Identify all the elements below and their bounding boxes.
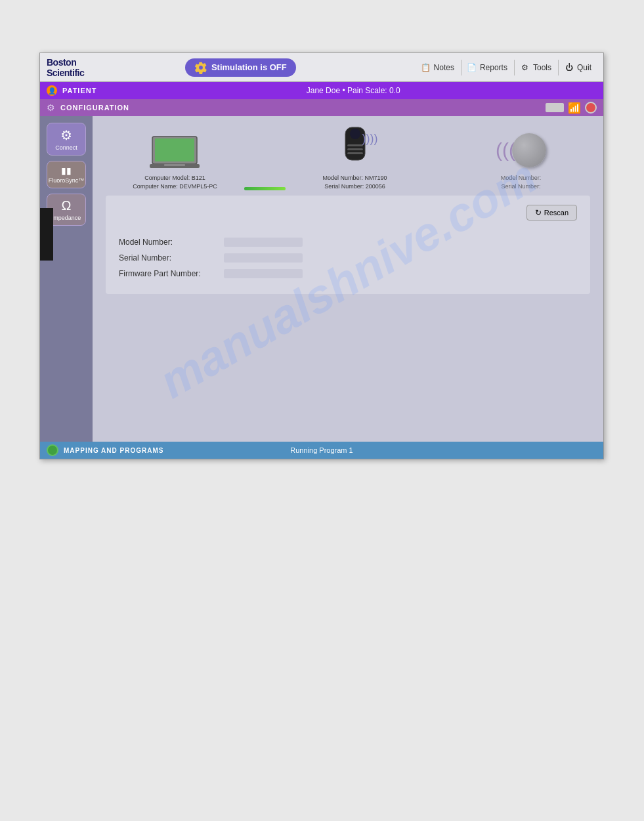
svg-rect-1 <box>155 138 194 161</box>
config-gear-icon: ⚙ <box>47 102 55 113</box>
top-bar: Boston Scientific Stimulation is OFF 📋 N… <box>40 53 603 82</box>
content-panel: manualshnive.com Computer Mo <box>93 116 603 442</box>
computer-model: Computer Model: B121 <box>133 174 217 182</box>
impedance-label: Impedance <box>52 215 81 221</box>
app-window: Boston Scientific Stimulation is OFF 📋 N… <box>39 53 604 459</box>
reports-icon: 📄 <box>467 62 477 73</box>
black-rect <box>40 208 53 261</box>
nav-quit[interactable]: ⏻ Quit <box>558 60 597 75</box>
model-value <box>224 238 303 247</box>
ipg-image: ((( <box>492 129 551 171</box>
running-label: Running Program 1 <box>290 446 353 454</box>
nav-reports-label: Reports <box>480 63 507 72</box>
main-area: ⚙ Connect ▮▮ FluoroSync™ Ω Impedance man… <box>40 116 603 442</box>
nav-tools[interactable]: ⚙ Tools <box>514 60 557 75</box>
serial-label: Serial Number: <box>119 253 224 263</box>
mapping-icon <box>47 444 58 456</box>
connect-label: Connect <box>55 144 77 151</box>
stimulation-label: Stimulation is OFF <box>211 62 287 72</box>
config-bar: ⚙ CONFIGURATION 📶 <box>40 99 603 116</box>
controller-image: )))) <box>339 125 372 171</box>
device-controller: )))) Model Number: NM7190 Serial Number:… <box>286 125 424 190</box>
controller-model: Model Number: NM7190 <box>323 174 387 182</box>
detail-row-serial: Serial Number: <box>119 253 577 263</box>
controller-serial: Serial Number: 200056 <box>323 182 387 191</box>
nav-reports[interactable]: 📄 Reports <box>461 60 513 75</box>
bottom-bar: MAPPING AND PROGRAMS Running Program 1 <box>40 442 603 459</box>
ipg-device <box>512 133 546 167</box>
detail-row-firmware: Firmware Part Number: <box>119 269 577 278</box>
device-computer: Computer Model: B121 Computer Name: DEVM… <box>106 132 244 190</box>
logo-scientific: Scientific <box>47 68 112 78</box>
notes-icon: 📋 <box>421 62 431 73</box>
sidebar-btn-fluoosync[interactable]: ▮▮ FluoroSync™ <box>47 161 86 188</box>
svg-point-5 <box>350 129 360 139</box>
config-icons: 📶 <box>546 102 597 114</box>
nav-notes-label: Notes <box>434 63 454 72</box>
patient-section-label: PATIENT <box>62 87 97 95</box>
computer-info: Computer Model: B121 Computer Name: DEVM… <box>133 174 217 190</box>
patient-bar: 👤 PATIENT Jane Doe • Pain Scale: 0.0 <box>40 82 603 99</box>
config-section-label: CONFIGURATION <box>60 104 546 112</box>
nav-tools-label: Tools <box>533 63 551 72</box>
ipg-serial: Serial Number: <box>501 182 542 191</box>
firmware-label: Firmware Part Number: <box>119 269 224 278</box>
svg-rect-3 <box>164 164 185 166</box>
logo-area: Boston Scientific <box>47 57 112 78</box>
nav-quit-label: Quit <box>577 63 591 72</box>
serial-value <box>224 253 303 263</box>
record-icon <box>585 102 597 114</box>
connect-icon: ⚙ <box>60 127 72 143</box>
tools-icon: ⚙ <box>520 62 530 73</box>
ipg-info: Model Number: Serial Number: <box>501 174 542 190</box>
wifi-icon: 📶 <box>568 102 581 114</box>
laptop-icon <box>150 134 200 169</box>
stimulation-badge: Stimulation is OFF <box>185 58 296 77</box>
impedance-icon: Ω <box>62 198 72 213</box>
nav-area: 📋 Notes 📄 Reports ⚙ Tools ⏻ Quit <box>416 60 597 75</box>
computer-name: Computer Name: DEVMPL5-PC <box>133 182 217 191</box>
stimulation-gear-icon <box>194 61 207 74</box>
svg-rect-6 <box>347 144 363 146</box>
sound-waves-icon: )))) <box>362 132 378 146</box>
svg-rect-8 <box>347 152 363 154</box>
sidebar: ⚙ Connect ▮▮ FluoroSync™ Ω Impedance <box>40 116 93 442</box>
rescan-button[interactable]: ↻ Rescan <box>526 205 577 221</box>
firmware-value <box>224 269 303 278</box>
sidebar-btn-connect[interactable]: ⚙ Connect <box>47 123 86 156</box>
logo-boston: Boston <box>47 57 112 68</box>
controller-info: Model Number: NM7190 Serial Number: 2000… <box>323 174 387 190</box>
connection-line <box>244 187 286 190</box>
fluoosync-icon: ▮▮ <box>61 165 72 176</box>
details-panel: ↻ Rescan Model Number: Serial Number: Fi… <box>106 196 590 294</box>
quit-icon: ⏻ <box>564 62 574 73</box>
patient-info: Jane Doe • Pain Scale: 0.0 <box>110 86 597 95</box>
computer-image <box>148 132 201 171</box>
fluoosync-label: FluoroSync™ <box>49 177 85 184</box>
device-ipg: ((( Model Number: Serial Number: <box>452 129 590 190</box>
rescan-label: Rescan <box>544 209 569 217</box>
ipg-model: Model Number: <box>501 174 542 182</box>
model-label: Model Number: <box>119 238 224 247</box>
detail-row-model: Model Number: <box>119 238 577 247</box>
battery-icon <box>546 103 564 112</box>
devices-row: Computer Model: B121 Computer Name: DEVM… <box>93 116 603 196</box>
nav-notes[interactable]: 📋 Notes <box>416 60 460 75</box>
svg-rect-7 <box>347 148 363 150</box>
patient-icon: 👤 <box>47 85 57 96</box>
rescan-refresh-icon: ↻ <box>535 208 542 217</box>
